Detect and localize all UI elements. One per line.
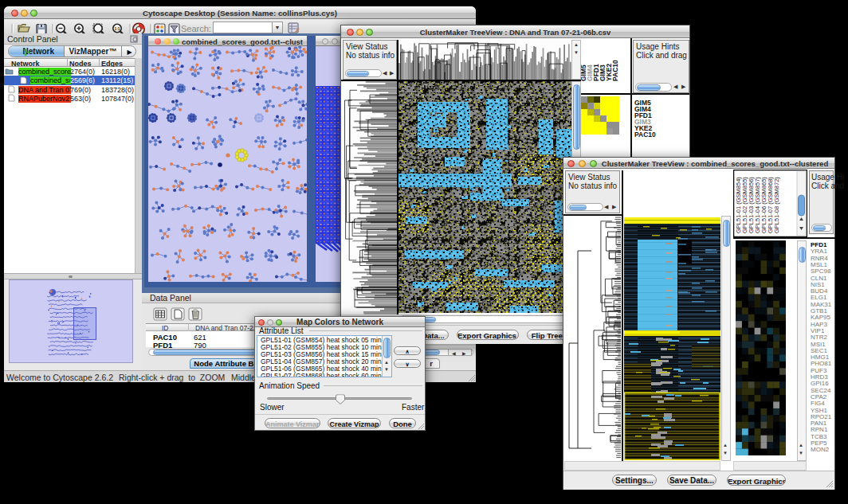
svg-text:1:1: 1:1 — [114, 26, 120, 31]
svg-text:PAC10: PAC10 — [611, 60, 619, 81]
svg-text:GPL51-08 (GSM872): GPL51-08 (GSM872) — [773, 177, 780, 233]
